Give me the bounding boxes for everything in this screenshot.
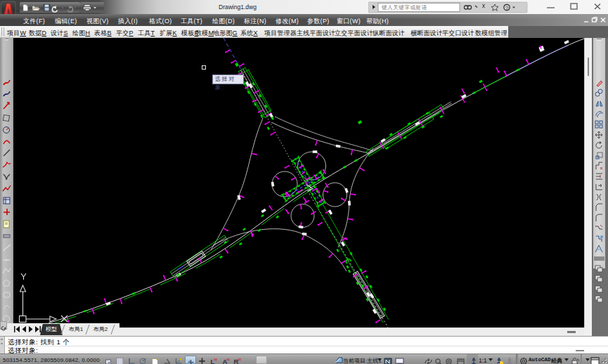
svg-text:?: ? bbox=[505, 5, 508, 11]
svg-text:R: R bbox=[234, 358, 239, 364]
svg-text:A: A bbox=[222, 358, 227, 364]
